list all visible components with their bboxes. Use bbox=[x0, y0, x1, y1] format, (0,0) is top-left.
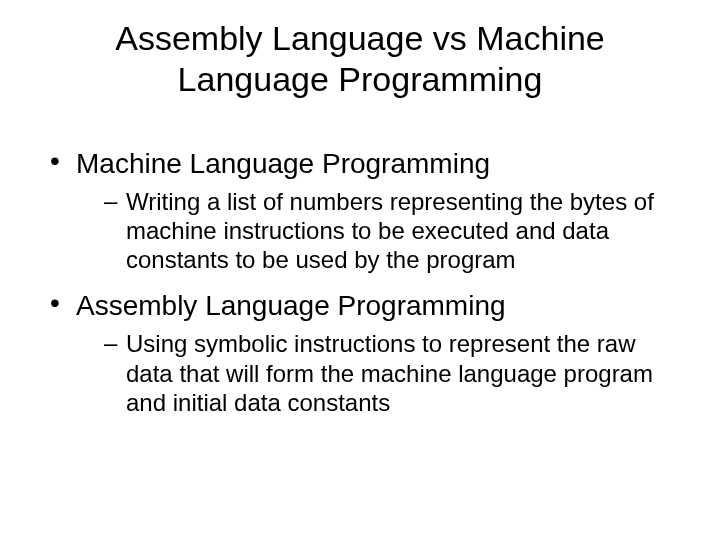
sub-bullet-item: Writing a list of numbers representing t… bbox=[104, 187, 672, 275]
sub-bullet-text: Writing a list of numbers representing t… bbox=[126, 188, 654, 274]
sub-bullet-text: Using symbolic instructions to represent… bbox=[126, 330, 653, 416]
sub-bullet-item: Using symbolic instructions to represent… bbox=[104, 329, 672, 417]
bullet-item: Assembly Language Programming Using symb… bbox=[48, 288, 672, 417]
sub-bullet-list: Writing a list of numbers representing t… bbox=[76, 187, 672, 275]
bullet-heading: Assembly Language Programming bbox=[76, 290, 506, 321]
bullet-list: Machine Language Programming Writing a l… bbox=[48, 146, 672, 418]
slide: Assembly Language vs Machine Language Pr… bbox=[0, 0, 720, 540]
slide-title: Assembly Language vs Machine Language Pr… bbox=[48, 18, 672, 100]
bullet-item: Machine Language Programming Writing a l… bbox=[48, 146, 672, 275]
bullet-heading: Machine Language Programming bbox=[76, 148, 490, 179]
sub-bullet-list: Using symbolic instructions to represent… bbox=[76, 329, 672, 417]
